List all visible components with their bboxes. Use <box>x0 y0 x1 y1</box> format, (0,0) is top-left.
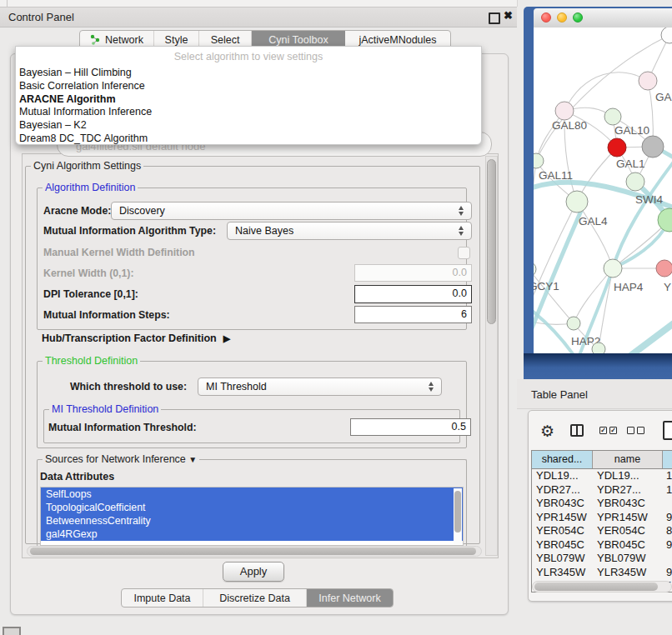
table-cell: YDR27... <box>536 483 580 498</box>
network-edge[interactable] <box>564 72 648 111</box>
network-node[interactable] <box>604 108 621 125</box>
column-header-shared-name[interactable]: shared... <box>532 451 593 468</box>
network-node[interactable] <box>534 262 536 277</box>
gear-icon[interactable]: ⚙ <box>540 422 554 441</box>
dropdown-item[interactable]: Bayesian – Hill Climbing <box>19 67 478 80</box>
tab-network-label: Network <box>105 34 143 46</box>
settings-horizontal-scrollbar[interactable] <box>27 546 482 557</box>
sources-legend[interactable]: Sources for Network Inference ▼ <box>43 453 199 465</box>
table-cell: YDR27... <box>597 483 641 498</box>
tab-impute-data[interactable]: Impute Data <box>122 589 203 607</box>
tab-infer-network[interactable]: Infer Network <box>307 589 393 607</box>
table-cell: YDL19... <box>597 469 639 483</box>
attribute-item[interactable]: BetweennessCentrality <box>41 514 463 528</box>
close-icon[interactable]: ✖ <box>504 9 513 22</box>
dropdown-item[interactable]: Basic Correlation Inference <box>19 80 478 93</box>
network-canvas[interactable]: GALGAL80GAL10GAL1GAL11SWI4GAL4GCY1HAP4YH… <box>534 28 672 353</box>
network-edge[interactable] <box>599 268 613 349</box>
select-all-checkboxes-icon[interactable]: ✓✓ <box>599 427 618 434</box>
network-edge-highlighted[interactable] <box>624 316 672 353</box>
network-node[interactable] <box>592 342 605 353</box>
which-threshold-label: Which threshold to use: <box>70 381 187 392</box>
table-row[interactable]: YDL19...YDL19...13 <box>532 469 672 483</box>
table-row[interactable]: YPR145WYPR145W9. <box>532 511 672 525</box>
table-cell: YBR045C <box>597 538 645 552</box>
network-node[interactable] <box>555 102 574 120</box>
scrollbar-thumb[interactable] <box>487 159 496 324</box>
mi-algorithm-type-label: Mutual Information Algorithm Type: <box>43 225 216 237</box>
scrollbar-thumb[interactable] <box>30 548 476 555</box>
attribute-item[interactable]: SelfLoops <box>41 488 463 501</box>
attribute-list-scrollbar[interactable] <box>454 488 462 544</box>
window-zoom-icon[interactable] <box>573 12 583 22</box>
attribute-item[interactable]: TopologicalCoefficient <box>41 501 463 514</box>
dropdown-item[interactable]: Mutual Information Inference <box>19 106 478 119</box>
table-row[interactable]: YLR345WYLR345W9. <box>532 566 672 580</box>
network-node-label: GCY1 <box>534 280 559 292</box>
table-row[interactable]: YBR043CYBR043C <box>532 497 672 511</box>
network-node[interactable] <box>661 28 672 43</box>
table-cell: YLR345W <box>597 566 646 580</box>
network-node[interactable] <box>639 72 657 90</box>
network-node[interactable] <box>656 260 672 277</box>
threshold-definition-legend: Threshold Definition <box>43 355 140 367</box>
spinner-arrows-icon <box>458 205 464 217</box>
dropdown-item[interactable]: Dream8 DC_TDC Algorithm <box>19 132 478 146</box>
network-node[interactable] <box>626 172 644 191</box>
table-cell: 8. <box>666 524 672 538</box>
deselect-all-checkboxes-icon[interactable] <box>627 427 645 434</box>
network-node[interactable] <box>658 208 672 232</box>
aracne-mode-select[interactable]: Discovery <box>111 202 472 220</box>
table-row[interactable]: YBR045CYBR045C9. <box>532 538 672 552</box>
window-close-icon[interactable] <box>541 12 551 22</box>
attribute-item[interactable]: gal4RGexp <box>41 528 463 541</box>
network-node[interactable] <box>604 259 622 278</box>
dpi-tolerance-field[interactable]: 0.0 <box>354 285 472 303</box>
scrollbar-thumb[interactable] <box>534 582 658 591</box>
network-edge[interactable] <box>534 202 577 311</box>
network-node-label: GAL <box>655 91 672 103</box>
mi-threshold-label: Mutual Information Threshold: <box>48 422 197 433</box>
mi-algorithm-type-select[interactable]: Naive Bayes <box>227 222 472 240</box>
column-header-partial[interactable] <box>663 451 672 468</box>
manual-kernel-width-checkbox[interactable] <box>458 247 470 259</box>
table-cell: 9. <box>666 538 672 552</box>
dpi-tolerance-label: DPI Tolerance [0,1]: <box>43 288 138 300</box>
table-row[interactable]: YER054CYER054C8. <box>532 524 672 538</box>
network-edge[interactable] <box>574 268 613 323</box>
table-cell: YBL079W <box>536 552 585 566</box>
dock-icon[interactable] <box>3 627 21 635</box>
table-panel-titlebar: Table Panel <box>517 379 672 409</box>
settings-vertical-scrollbar[interactable] <box>485 156 498 556</box>
table-sheet-icon[interactable] <box>663 421 672 440</box>
column-header-name[interactable]: name <box>593 451 663 468</box>
table-cell: YBR043C <box>597 497 645 511</box>
which-threshold-select[interactable]: MI Threshold <box>198 378 442 396</box>
table-horizontal-scrollbar[interactable] <box>532 581 672 592</box>
network-node[interactable] <box>642 136 664 158</box>
table-row[interactable]: YBL079WYBL079W <box>532 552 672 566</box>
network-node[interactable] <box>566 191 588 212</box>
network-node[interactable] <box>567 317 580 330</box>
network-icon <box>90 34 101 45</box>
network-canvas-svg: GALGAL80GAL10GAL1GAL11SWI4GAL4GCY1HAP4YH… <box>534 28 672 353</box>
float-window-icon[interactable] <box>489 12 500 24</box>
top-strip <box>0 0 518 7</box>
kernel-width-field[interactable]: 0.0 <box>354 264 472 282</box>
table-row[interactable]: YDR27...YDR27...12 <box>532 483 672 498</box>
mi-threshold-field[interactable]: 0.5 <box>350 418 471 436</box>
network-node[interactable] <box>608 138 626 157</box>
dropdown-item-selected[interactable]: ARACNE Algorithm <box>19 93 478 107</box>
network-node[interactable] <box>534 153 544 168</box>
mi-steps-field[interactable]: 6 <box>354 306 472 323</box>
tab-discretize-data[interactable]: Discretize Data <box>203 589 307 607</box>
network-edge-highlighted[interactable] <box>579 151 672 353</box>
network-edge[interactable] <box>534 161 536 269</box>
dropdown-item[interactable]: Bayesian – K2 <box>19 119 478 132</box>
apply-button[interactable]: Apply <box>223 562 284 582</box>
columns-icon[interactable] <box>570 424 584 437</box>
hub-definition-toggle[interactable]: Hub/Transcription Factor Definition▶ <box>42 332 230 344</box>
window-minimize-icon[interactable] <box>557 12 567 22</box>
network-window-titlebar[interactable] <box>534 8 672 28</box>
network-node-label: GAL1 <box>616 158 645 170</box>
